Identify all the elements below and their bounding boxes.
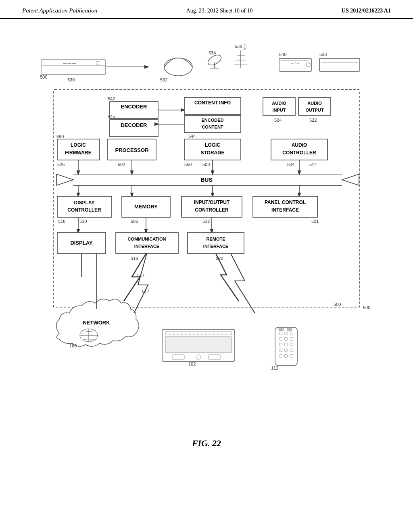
svg-rect-157 (287, 328, 292, 331)
header-publication-label: Patent Application Publication (22, 7, 97, 14)
svg-rect-107 (188, 233, 244, 254)
svg-text:LOGIC: LOGIC (71, 142, 86, 148)
svg-text:112: 112 (271, 366, 278, 370)
svg-text:522: 522 (309, 118, 317, 123)
svg-text:502: 502 (118, 162, 125, 167)
svg-text:550: 550 (56, 134, 64, 139)
svg-rect-82 (57, 196, 112, 217)
svg-text:COMMUNICATION: COMMUNICATION (127, 237, 166, 241)
svg-text:OUTPUT: OUTPUT (305, 108, 324, 112)
svg-text:BUS: BUS (200, 177, 213, 183)
svg-text:— * —: — * — (291, 62, 300, 64)
svg-text:506: 506 (131, 219, 138, 224)
svg-text:518: 518 (58, 219, 65, 224)
svg-text:540: 540 (279, 52, 286, 57)
svg-text:534: 534 (209, 50, 216, 55)
svg-rect-135 (165, 337, 232, 353)
svg-text:INPUT: INPUT (273, 108, 286, 112)
svg-text:INTERFACE: INTERFACE (203, 244, 228, 249)
svg-text:542: 542 (108, 96, 115, 101)
svg-text:521: 521 (311, 219, 319, 224)
svg-text:510: 510 (79, 219, 87, 224)
svg-text:532: 532 (160, 77, 167, 82)
svg-rect-46 (298, 98, 331, 115)
svg-text:REMOTE: REMOTE (206, 237, 225, 241)
svg-point-7 (164, 58, 192, 76)
svg-text:526: 526 (57, 162, 65, 167)
svg-text:CONTENT: CONTENT (202, 125, 223, 129)
svg-text:517: 517 (142, 289, 149, 294)
svg-text:512: 512 (202, 219, 210, 224)
svg-text:MEMORY: MEMORY (134, 204, 158, 210)
svg-text:AUDIO: AUDIO (272, 101, 286, 106)
svg-text:——————: —————— (331, 63, 348, 66)
svg-text:544: 544 (188, 134, 196, 139)
svg-text:CONTROLLER: CONTROLLER (195, 207, 229, 213)
svg-text:CONTROLLER: CONTROLLER (282, 150, 316, 156)
svg-text:545: 545 (108, 114, 115, 119)
svg-text:INTERFACE: INTERFACE (134, 244, 159, 249)
svg-text:PANEL CONTROL: PANEL CONTROL (265, 200, 306, 205)
svg-rect-103 (116, 233, 178, 254)
header-patent-number: US 2012/0216223 A1 (342, 8, 391, 14)
svg-text:STORAGE: STORAGE (200, 150, 224, 156)
svg-text:DECODER: DECODER (121, 122, 147, 128)
svg-text:DISPLAY: DISPLAY (74, 200, 95, 206)
svg-text:ENCODER: ENCODER (121, 104, 147, 110)
svg-rect-156 (279, 328, 284, 331)
page-header: Patent Application Publication Aug. 23, … (0, 0, 413, 19)
svg-text:504: 504 (287, 162, 294, 167)
svg-text:500: 500 (334, 302, 341, 307)
figure-caption: FIG. 22 (22, 438, 391, 449)
header-date-sheet: Aug. 23, 2012 Sheet 10 of 10 (186, 8, 253, 14)
svg-text:538: 538 (319, 52, 327, 57)
svg-text:524: 524 (274, 118, 282, 123)
svg-text:PROCESSOR: PROCESSOR (115, 147, 149, 153)
svg-text:162: 162 (188, 362, 196, 366)
svg-text:AUDIO: AUDIO (292, 142, 307, 148)
svg-text:530: 530 (67, 77, 75, 82)
svg-text:500: 500 (40, 75, 47, 79)
svg-text:AUDIO: AUDIO (307, 101, 322, 106)
svg-text:ENCODED: ENCODED (201, 118, 223, 123)
svg-rect-140 (275, 327, 297, 366)
svg-text:516: 516 (131, 256, 138, 261)
svg-text:INTERFACE: INTERFACE (271, 207, 299, 213)
svg-text:LOGIC: LOGIC (205, 142, 220, 148)
svg-text:550: 550 (184, 162, 192, 167)
svg-text:— — —: — — — (63, 61, 76, 65)
svg-text:514: 514 (309, 162, 317, 167)
svg-text:500: 500 (363, 305, 370, 310)
svg-text:FIRMWARE: FIRMWARE (65, 150, 91, 156)
diagram-area: — — — 500 530 532 534 536 (29, 35, 384, 430)
svg-text:CONTENT INFO: CONTENT INFO (194, 100, 231, 106)
svg-text:NETWORK: NETWORK (83, 320, 110, 326)
svg-text:160: 160 (69, 343, 77, 348)
patent-diagram-svg: — — — 500 530 532 534 536 (29, 35, 384, 430)
svg-text:508: 508 (202, 162, 210, 167)
main-content: — — — 500 530 532 534 536 (0, 19, 413, 457)
svg-text:CONTROLLER: CONTROLLER (67, 207, 101, 213)
svg-rect-42 (263, 98, 295, 115)
svg-text:INPUT/OUTPUT: INPUT/OUTPUT (194, 200, 230, 205)
svg-text:536: 536 (235, 44, 242, 49)
svg-text:DISPLAY: DISPLAY (70, 240, 92, 246)
